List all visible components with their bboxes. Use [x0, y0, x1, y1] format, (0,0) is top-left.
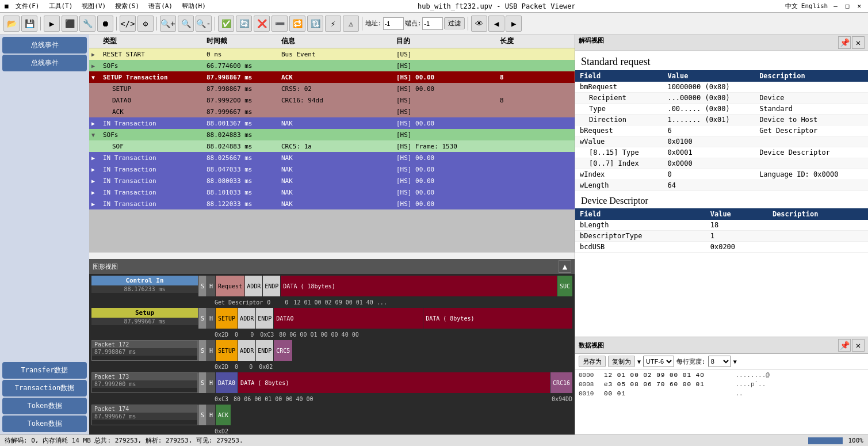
menu-help[interactable]: 帮助(H) — [179, 2, 208, 10]
endpoint-input[interactable] — [422, 17, 443, 30]
row-expand[interactable]: ▶ — [91, 189, 103, 196]
row-expand[interactable]: ▼ — [91, 74, 103, 81]
row-expand[interactable]: ▶ — [91, 51, 103, 58]
copy-as-button[interactable]: 复制为 — [608, 356, 635, 367]
sidebar-bus-event-1[interactable]: 总线事件 — [2, 37, 87, 54]
row-dest: [HS] — [396, 97, 500, 104]
play-button[interactable]: ▶ — [44, 16, 60, 32]
decode-field-desc — [755, 136, 868, 147]
sidebar-token-data-2[interactable]: Token数据 — [2, 415, 87, 432]
decode-device-value-header: Value — [706, 208, 768, 220]
lang-cn[interactable]: 中文 — [785, 2, 798, 10]
next-button[interactable]: ▶ — [506, 16, 522, 32]
menu-tools[interactable]: 工具(T) — [47, 2, 75, 10]
graph-h-btn-p174[interactable]: H — [207, 405, 215, 425]
graph-row-packet-174: Packet 174 87.999667 ms S H ACK — [91, 405, 572, 425]
row-expand[interactable]: ▶ — [91, 155, 103, 161]
graph-h-btn-p173[interactable]: H — [207, 372, 215, 393]
filter-button[interactable]: 过滤 — [444, 17, 465, 29]
save-button[interactable]: 💾 — [21, 16, 37, 32]
tool-button[interactable]: 🔧 — [79, 16, 95, 32]
table-row[interactable]: ▶ IN Transaction 88.080033 ms NAK [HS] 0… — [89, 175, 575, 186]
decode-view[interactable]: 解码视图 📌 ✕ Standard request Field Value De… — [575, 35, 868, 337]
data-pin-icon[interactable]: 📌 — [838, 339, 851, 352]
record-button[interactable]: ⏺ — [97, 16, 113, 32]
graph-content[interactable]: Control In 88.176233 ms S H Request ADDR… — [89, 274, 575, 434]
graph-s-btn-p173[interactable]: S — [198, 372, 207, 393]
horizontal-scrollbar[interactable] — [89, 252, 575, 259]
loop-button[interactable]: 🔁 — [289, 16, 305, 32]
row-expand[interactable]: ▶ — [91, 178, 103, 184]
table-row[interactable]: SOF 88.024883 ms CRC5: 1a [HS] Frame: 15… — [89, 140, 575, 152]
table-row[interactable]: ACK 87.999667 ms [HS] — [89, 106, 575, 117]
sidebar-transaction-data[interactable]: Transaction数据 — [2, 380, 87, 397]
decode-pin-icon[interactable]: 📌 — [838, 36, 851, 49]
zoom-reset-button[interactable]: 🔍 — [178, 16, 194, 32]
save-as-button[interactable]: 另存为 — [579, 356, 606, 367]
graph-h-btn-setup[interactable]: H — [207, 308, 215, 329]
table-row[interactable]: ▶ IN Transaction 88.025667 ms NAK [HS] 0… — [89, 152, 575, 163]
row-width-select[interactable]: 8 16 — [708, 356, 731, 367]
maximize-btn[interactable]: □ — [843, 2, 852, 10]
encoding-select[interactable]: UTF-6 UTF-8 ASCII — [643, 356, 674, 367]
sidebar-bus-event-2[interactable]: 总线事件 — [2, 55, 87, 71]
menu-search[interactable]: 搜索(S) — [113, 2, 142, 10]
row-expand[interactable]: ▼ — [91, 132, 103, 138]
decode-close-icon[interactable]: ✕ — [852, 36, 865, 49]
packet-table-body[interactable]: ▶ RESET START 0 ns Bus Event [US] ▶ SOFs… — [89, 48, 575, 252]
menu-file[interactable]: 文件(F) — [13, 2, 42, 10]
hex-addr-0: 0000 — [579, 372, 602, 379]
settings-button[interactable]: ⚙ — [137, 16, 154, 32]
open-button[interactable]: 📂 — [3, 16, 20, 32]
table-row[interactable]: ▶ SOFs 66.774600 ms [HS] — [89, 60, 575, 71]
refresh-button[interactable]: 🔄 — [236, 16, 252, 32]
eye-button[interactable]: 👁 — [471, 16, 487, 32]
table-row[interactable]: ▶ IN Transaction 88.122033 ms NAK [HS] 0… — [89, 198, 575, 209]
table-row[interactable]: ▶ IN Transaction 88.001367 ms NAK [HS] 0… — [89, 117, 575, 129]
row-dest: [HS] 00.00 — [396, 85, 500, 93]
check-button[interactable]: ✅ — [218, 16, 234, 32]
sync-button[interactable]: 🔃 — [307, 16, 323, 32]
row-expand[interactable]: ▶ — [91, 120, 103, 127]
graph-s-btn-p172[interactable]: S — [198, 340, 207, 361]
decode-field-name: bDescriptorType — [575, 231, 706, 242]
stop-button[interactable]: ⬛ — [62, 16, 78, 32]
row-expand[interactable]: ▶ — [91, 201, 103, 207]
graph-row-control-in: Control In 88.176233 ms S H Request ADDR… — [91, 276, 572, 296]
table-row[interactable]: ▼ SETUP Transaction 87.998867 ms ACK [HS… — [89, 71, 575, 83]
warning-button[interactable]: ⚠ — [343, 16, 359, 32]
graph-row-setup-values: 0x2D 0 0 0xC3 80 06 00 01 00 00 40 00 — [91, 330, 572, 339]
table-row[interactable]: ▶ IN Transaction 88.047033 ms NAK [HS] 0… — [89, 163, 575, 175]
table-row[interactable]: SETUP 87.998867 ms CRS5: 02 [HS] 00.00 — [89, 83, 575, 94]
close-btn[interactable]: ✕ — [855, 2, 863, 10]
minimize-btn[interactable]: — — [831, 2, 840, 10]
row-expand[interactable]: ▶ — [91, 166, 103, 173]
table-row[interactable]: DATA0 87.999200 ms CRC16: 94dd [HS] 8 — [89, 94, 575, 106]
zoom-out-button[interactable]: 🔍- — [196, 16, 212, 32]
graph-s-btn-p174[interactable]: S — [198, 405, 207, 425]
table-row[interactable]: ▶ IN Transaction 88.101033 ms NAK [HS] 0… — [89, 186, 575, 198]
minus-button[interactable]: ➖ — [272, 16, 288, 32]
graph-h-btn-control-in[interactable]: H — [207, 276, 215, 296]
graph-h-btn-p172[interactable]: H — [207, 340, 215, 361]
row-info: ACK — [281, 74, 396, 81]
address-input[interactable] — [383, 17, 404, 30]
sidebar-transfer-data[interactable]: Transfer数据 — [2, 362, 87, 379]
menu-language[interactable]: 语言(A) — [146, 2, 175, 10]
table-row[interactable]: ▶ RESET START 0 ns Bus Event [US] — [89, 48, 575, 60]
graph-scroll-up[interactable]: ▲ — [559, 260, 571, 273]
table-row[interactable]: ▼ SOFs 88.024883 ms [HS] — [89, 129, 575, 140]
zoom-in-button[interactable]: 🔍+ — [160, 16, 176, 32]
graph-row-p173-values: 0xC3 80 06 00 01 00 00 40 00 0x94DD — [91, 394, 572, 403]
row-expand[interactable]: ▶ — [91, 63, 103, 69]
graph-s-btn-control-in[interactable]: S — [198, 276, 207, 296]
data-close-icon[interactable]: ✕ — [852, 339, 865, 352]
prev-button[interactable]: ◀ — [488, 16, 504, 32]
lightning-button[interactable]: ⚡ — [325, 16, 341, 32]
cancel-button[interactable]: ❌ — [254, 16, 270, 32]
sidebar-token-data-1[interactable]: Token数据 — [2, 398, 87, 414]
graph-s-btn-setup[interactable]: S — [198, 308, 207, 329]
code-button[interactable]: </> — [120, 16, 136, 32]
lang-en[interactable]: English — [801, 2, 828, 10]
menu-view[interactable]: 视图(V) — [79, 2, 108, 10]
